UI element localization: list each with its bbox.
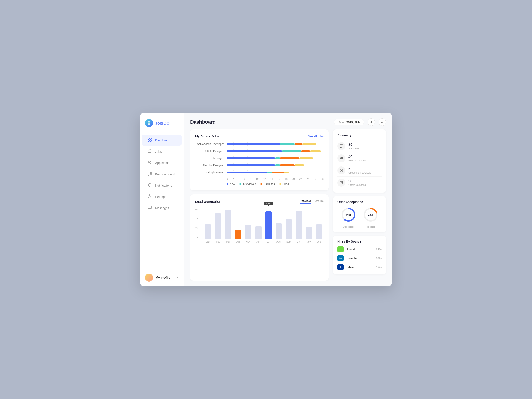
- rejected-label: Rejected: [363, 225, 379, 228]
- notifications-icon: [147, 183, 152, 188]
- interviews-icon: [337, 142, 345, 150]
- upwork-logo: Up: [337, 246, 344, 253]
- svg-rect-9: [148, 172, 149, 175]
- dashboard-icon: [147, 138, 152, 143]
- lead-generation-title: Lead Generation: [195, 200, 221, 203]
- gantt-chart: Senior Java DeveloperUI/UX DesignerManag…: [195, 142, 324, 180]
- summary-title: Summary: [337, 133, 382, 137]
- summary-item-offers: 30 Offers to extend: [337, 177, 382, 189]
- svg-rect-14: [340, 145, 343, 147]
- indeed-name: Indeed: [346, 266, 374, 269]
- sum-label: New candidates: [348, 159, 366, 162]
- summary-item-interviews: 89 Interviews: [337, 140, 382, 152]
- sidebar-item-kanban[interactable]: Kanban board: [142, 169, 182, 180]
- x-axis-labels: JanFebMarAprMayJunJulAugSepOctNovDec: [195, 240, 324, 243]
- sidebar: JobiGO Dashboard Jobs Applicants Kanban …: [140, 113, 184, 286]
- indeed-percent: 12%: [376, 266, 382, 269]
- tab-referals[interactable]: Referals: [300, 199, 311, 204]
- svg-rect-11: [151, 172, 151, 175]
- sidebar-item-dashboard[interactable]: Dashboard: [142, 135, 182, 146]
- sidebar-item-label: Kanban board: [155, 172, 175, 176]
- bar-col: [254, 208, 263, 239]
- profile-name: My profile: [156, 276, 174, 279]
- svg-point-1: [148, 122, 150, 124]
- messages-icon: [147, 205, 152, 211]
- content-body: My Active Jobs See all jobs Senior Java …: [184, 129, 392, 286]
- app-name: JobiGO: [155, 121, 170, 126]
- sidebar-profile[interactable]: My profile ▾: [140, 269, 184, 286]
- gantt-row: Hiring Manager: [195, 171, 324, 174]
- sum-label: Offers to extend: [348, 184, 366, 186]
- tab-offline[interactable]: Offline: [315, 199, 324, 204]
- hires-by-source-title: Hires By Source: [337, 240, 382, 243]
- main-content: Dashboard Date: 2019, JUN ⬇ ··· My Activ…: [184, 113, 392, 286]
- bar-col: [314, 208, 324, 239]
- more-options-button[interactable]: ···: [379, 118, 386, 126]
- sum-number: 5: [348, 167, 371, 171]
- sidebar-item-messages[interactable]: Messages: [142, 203, 182, 214]
- hires-items: Up Upwork 63% in LinkedIn 24% i Indeed 1…: [337, 246, 382, 270]
- bar-col: [244, 208, 253, 239]
- hires-item-indeed: i Indeed 12%: [337, 264, 382, 270]
- legend-item: New: [227, 183, 235, 185]
- sum-number: 89: [348, 143, 360, 147]
- bar-col: [274, 208, 283, 239]
- summary-item-upcoming: 5 Upcoming interviews: [337, 165, 382, 177]
- active-jobs-card: My Active Jobs See all jobs Senior Java …: [190, 129, 329, 190]
- settings-icon: [147, 194, 152, 199]
- sidebar-item-settings[interactable]: Settings: [142, 191, 182, 202]
- y-axis-labels: 4K3K2K1K: [195, 208, 198, 239]
- lead-generation-header: Lead Generation ReferalsOffline: [195, 199, 324, 204]
- sidebar-item-label: Notifications: [155, 184, 172, 187]
- summary-item-candidates: 40 New candidates: [337, 152, 382, 165]
- gantt-legend: NewInterviewedSubmitedHired: [227, 183, 324, 185]
- offers-icon: [337, 179, 345, 187]
- app-container: JobiGO Dashboard Jobs Applicants Kanban …: [140, 113, 392, 286]
- indeed-logo: i: [337, 264, 344, 270]
- offer-acceptance-card: Offer Acceptance 76% Accepted: [333, 196, 386, 232]
- svg-point-12: [149, 196, 150, 197]
- legend-item: Interviewed: [239, 183, 256, 185]
- bar-col: [234, 208, 243, 239]
- left-panel: My Active Jobs See all jobs Senior Java …: [190, 129, 329, 281]
- accepted-donut: 76% Accepted: [341, 207, 356, 228]
- hires-by-source-card: Hires By Source Up Upwork 63% in LinkedI…: [333, 236, 386, 274]
- bar-col: [294, 208, 304, 239]
- svg-point-8: [150, 161, 151, 162]
- sidebar-item-label: Jobs: [155, 150, 162, 153]
- upcoming-icon: [337, 166, 345, 174]
- sum-label: Upcoming interviews: [348, 171, 371, 174]
- sum-number: 40: [348, 155, 366, 159]
- accepted-label: Accepted: [341, 225, 356, 228]
- main-header: Dashboard Date: 2019, JUN ⬇ ···: [184, 113, 392, 129]
- linkedin-percent: 24%: [376, 257, 382, 260]
- bar-col: [223, 208, 233, 239]
- svg-rect-6: [148, 150, 151, 152]
- rejected-donut: 25% Rejected: [363, 207, 379, 228]
- download-button[interactable]: ⬇: [367, 118, 375, 126]
- see-all-jobs-link[interactable]: See all jobs: [308, 134, 324, 138]
- sidebar-item-notifications[interactable]: Notifications: [142, 180, 182, 191]
- sidebar-item-jobs[interactable]: Jobs: [142, 146, 182, 157]
- svg-point-15: [341, 157, 342, 158]
- gantt-row: Graphic Designer: [195, 163, 324, 167]
- sidebar-nav: Dashboard Jobs Applicants Kanban board N…: [140, 133, 184, 269]
- sidebar-item-label: Messages: [155, 206, 169, 210]
- svg-rect-4: [148, 140, 149, 141]
- active-jobs-header: My Active Jobs See all jobs: [195, 134, 324, 138]
- sum-number: 30: [348, 179, 366, 183]
- gantt-row: Manager: [195, 156, 324, 160]
- bar-col: [214, 208, 223, 239]
- upwork-percent: 63%: [376, 248, 382, 251]
- sidebar-item-applicants[interactable]: Applicants: [142, 157, 182, 168]
- avatar: [145, 273, 153, 282]
- hires-item-linkedin: in LinkedIn 24%: [337, 255, 382, 261]
- svg-text:25%: 25%: [368, 213, 373, 216]
- svg-rect-3: [150, 138, 151, 139]
- page-title: Dashboard: [190, 119, 216, 125]
- gantt-row: UI/UX Designer: [195, 149, 324, 153]
- sum-label: Interviews: [348, 147, 360, 150]
- active-jobs-title: My Active Jobs: [195, 134, 219, 138]
- bar-col: 3,025: [264, 208, 273, 239]
- bar-chart-container: 4K3K2K1K 3,025 JanFebMarAprMayJunJulAugS…: [195, 208, 324, 243]
